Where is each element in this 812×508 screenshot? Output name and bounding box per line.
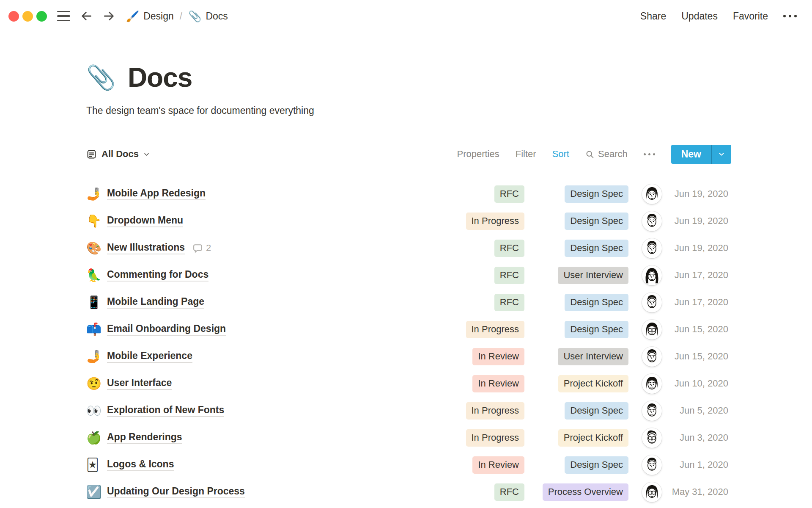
- doc-emoji-icon: 🎨: [86, 242, 102, 254]
- doc-type-tag: Design Spec: [565, 240, 628, 257]
- minimize-window-button[interactable]: [22, 11, 33, 22]
- zoom-window-button[interactable]: [36, 11, 47, 22]
- doc-title-link[interactable]: Mobile Experience: [107, 350, 192, 363]
- breadcrumb-page[interactable]: Docs: [206, 11, 228, 22]
- status-cell: In Review: [449, 348, 524, 365]
- avatar: [642, 347, 662, 367]
- status-tag: In Review: [472, 375, 524, 392]
- breadcrumb-separator: /: [180, 11, 182, 22]
- doc-type-tag: Design Spec: [565, 321, 628, 338]
- status-cell: RFC: [449, 267, 524, 284]
- doc-date: Jun 19, 2020: [662, 243, 728, 254]
- new-button[interactable]: New: [671, 145, 711, 164]
- doc-title-link[interactable]: Dropdown Menu: [107, 215, 183, 227]
- doc-row[interactable]: 🦜 Commenting for Docs RFC User Interview…: [81, 262, 731, 289]
- doc-date: May 31, 2020: [662, 486, 728, 497]
- doc-list: 🤳 Mobile App Redesign RFC Design Spec Ju…: [81, 173, 731, 505]
- doc-title-link[interactable]: Exploration of New Fonts: [107, 404, 224, 417]
- breadcrumb: 🖌️ Design / 📎 Docs: [126, 10, 228, 22]
- sort-button[interactable]: Sort: [552, 149, 569, 160]
- doc-date: Jun 17, 2020: [662, 297, 728, 308]
- paintbrush-emoji-icon: 🖌️: [126, 10, 139, 22]
- list-view-icon: [86, 149, 97, 160]
- status-tag: RFC: [494, 267, 524, 284]
- status-tag: In Progress: [466, 402, 525, 420]
- updates-button[interactable]: Updates: [681, 11, 718, 22]
- avatar: [642, 374, 662, 394]
- status-cell: In Progress: [449, 429, 524, 447]
- doc-title-link[interactable]: Logos & Icons: [107, 458, 174, 471]
- doc-date: Jun 17, 2020: [662, 270, 728, 281]
- doc-title-link[interactable]: Email Onboarding Design: [107, 323, 226, 336]
- doc-row[interactable]: ☑️ Updating Our Design Process RFC Proce…: [81, 478, 731, 505]
- back-arrow-icon[interactable]: [80, 9, 93, 23]
- doc-row[interactable]: 🍏 App Renderings In Progress Project Kic…: [81, 424, 731, 451]
- doc-type-tag: Project Kickoff: [558, 429, 628, 447]
- comment-count-badge[interactable]: 2: [192, 243, 211, 254]
- page-description: The design team's space for documenting …: [86, 105, 812, 116]
- status-cell: RFC: [449, 483, 524, 501]
- status-tag: RFC: [494, 294, 524, 311]
- doc-title-link[interactable]: App Renderings: [107, 431, 182, 444]
- doc-date: Jun 19, 2020: [662, 188, 728, 199]
- doc-row[interactable]: 📱 Mobile Landing Page RFC Design Spec Ju…: [81, 289, 731, 316]
- status-cell: RFC: [449, 240, 524, 257]
- view-switcher[interactable]: All Docs: [86, 149, 150, 160]
- toolbar-more-icon[interactable]: [644, 153, 655, 155]
- avatar: [642, 401, 662, 421]
- doc-type-tag: Design Spec: [565, 456, 628, 474]
- favorite-button[interactable]: Favorite: [733, 11, 768, 22]
- doc-emoji-icon: 👇: [86, 215, 102, 227]
- doc-row[interactable]: 🃏 Logos & Icons In Review Design Spec Ju…: [81, 451, 731, 478]
- avatar: [642, 184, 662, 204]
- search-button[interactable]: Search: [585, 149, 628, 160]
- doc-title-link[interactable]: Mobile Landing Page: [107, 296, 204, 309]
- avatar: [642, 455, 662, 475]
- doc-type-tag: Design Spec: [565, 402, 628, 420]
- doc-title-link[interactable]: User Interface: [107, 377, 172, 390]
- doc-emoji-icon: 📱: [86, 296, 102, 309]
- doc-row[interactable]: 👀 Exploration of New Fonts In Progress D…: [81, 397, 731, 424]
- filter-button[interactable]: Filter: [516, 149, 536, 160]
- status-tag: RFC: [494, 240, 524, 257]
- doc-type-tag: User Interview: [558, 348, 628, 365]
- status-tag: In Progress: [466, 321, 525, 338]
- status-tag: RFC: [494, 483, 524, 501]
- doc-title-link[interactable]: New Illustrations: [107, 242, 185, 254]
- doc-title-link[interactable]: Commenting for Docs: [107, 269, 208, 282]
- sidebar-toggle-icon[interactable]: [57, 11, 70, 21]
- doc-type-cell: Project Kickoff: [536, 375, 628, 392]
- properties-button[interactable]: Properties: [457, 149, 499, 160]
- doc-row[interactable]: 🤨 User Interface In Review Project Kicko…: [81, 370, 731, 397]
- doc-type-cell: User Interview: [536, 267, 628, 284]
- new-dropdown-button[interactable]: [712, 145, 731, 164]
- doc-type-tag: Process Overview: [543, 483, 628, 501]
- more-menu-icon[interactable]: [783, 15, 797, 17]
- breadcrumb-section[interactable]: Design: [143, 11, 174, 22]
- doc-row[interactable]: 🤳 Mobile Experience In Review User Inter…: [81, 343, 731, 370]
- doc-type-tag: User Interview: [558, 267, 628, 284]
- forward-arrow-icon[interactable]: [102, 9, 116, 23]
- avatar: [642, 265, 662, 285]
- status-tag: In Progress: [466, 429, 525, 447]
- doc-row[interactable]: 🎨 New Illustrations 2 RFC Design Spec Ju…: [81, 235, 731, 262]
- doc-date: Jun 15, 2020: [662, 351, 728, 362]
- doc-type-cell: Design Spec: [536, 321, 628, 338]
- close-window-button[interactable]: [8, 11, 19, 22]
- page-paperclip-emoji-icon[interactable]: 📎: [86, 66, 116, 89]
- database-toolbar: All Docs Properties Filter Sort Search N…: [81, 144, 731, 164]
- doc-emoji-icon: ☑️: [86, 486, 102, 498]
- doc-type-cell: Design Spec: [536, 240, 628, 257]
- chevron-down-icon: [143, 151, 150, 157]
- doc-row[interactable]: 🤳 Mobile App Redesign RFC Design Spec Ju…: [81, 180, 731, 207]
- search-icon: [585, 150, 594, 159]
- share-button[interactable]: Share: [640, 11, 666, 22]
- doc-emoji-icon: 🤳: [86, 351, 102, 363]
- doc-row[interactable]: 👇 Dropdown Menu In Progress Design Spec …: [81, 207, 731, 235]
- comment-count: 2: [206, 243, 211, 254]
- doc-row[interactable]: 📫 Email Onboarding Design In Progress De…: [81, 316, 731, 343]
- doc-title-link[interactable]: Mobile App Redesign: [107, 188, 206, 200]
- doc-title-link[interactable]: Updating Our Design Process: [107, 486, 245, 498]
- avatar: [642, 211, 662, 231]
- view-name: All Docs: [102, 149, 139, 160]
